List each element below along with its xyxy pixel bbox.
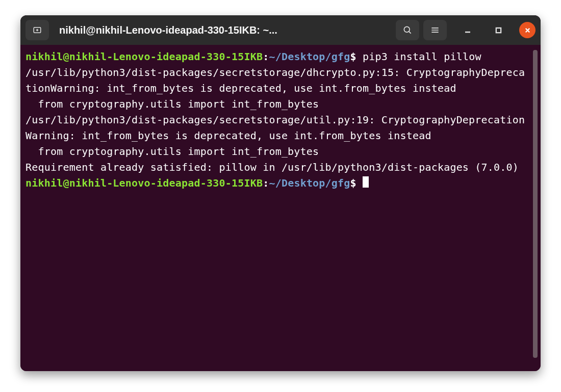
scrollbar[interactable] xyxy=(533,50,538,358)
prompt-dollar: $ xyxy=(350,177,356,189)
hamburger-icon xyxy=(430,25,440,35)
output-line: Requirement already satisfied: pillow in… xyxy=(26,161,519,173)
svg-rect-9 xyxy=(496,28,500,32)
terminal-body[interactable]: nikhil@nikhil-Lenovo-ideapad-330-15IKB:~… xyxy=(20,45,541,371)
prompt-path: /Desktop/gfg xyxy=(275,177,350,189)
output-line: /usr/lib/python3/dist-packages/secretsto… xyxy=(26,66,525,94)
search-button[interactable] xyxy=(396,20,419,40)
command-text: pip3 install pillow xyxy=(356,50,481,63)
prompt-user-host: nikhil@nikhil-Lenovo-ideapad-330-15IKB xyxy=(26,50,263,63)
new-tab-icon xyxy=(33,25,42,35)
minimize-icon xyxy=(464,27,471,34)
prompt-tilde: ~ xyxy=(269,177,275,189)
close-button[interactable] xyxy=(519,22,536,38)
menu-button[interactable] xyxy=(423,20,447,40)
maximize-button[interactable] xyxy=(489,20,508,40)
terminal-window: nikhil@nikhil-Lenovo-ideapad-330-15IKB: … xyxy=(20,15,541,371)
output-line: from cryptography.utils import int_from_… xyxy=(26,145,319,158)
prompt-dollar: $ xyxy=(350,50,356,63)
terminal-content[interactable]: nikhil@nikhil-Lenovo-ideapad-330-15IKB:~… xyxy=(26,49,531,367)
output-line: /usr/lib/python3/dist-packages/secretsto… xyxy=(26,114,525,142)
cursor xyxy=(363,176,369,188)
titlebar: nikhil@nikhil-Lenovo-ideapad-330-15IKB: … xyxy=(20,15,541,45)
window-title: nikhil@nikhil-Lenovo-ideapad-330-15IKB: … xyxy=(53,24,392,36)
maximize-icon xyxy=(495,27,502,34)
close-icon xyxy=(524,27,531,34)
output-line: from cryptography.utils import int_from_… xyxy=(26,98,319,110)
prompt-colon: : xyxy=(263,50,269,63)
new-tab-button[interactable] xyxy=(26,20,49,40)
prompt-colon: : xyxy=(263,177,269,189)
minimize-button[interactable] xyxy=(458,20,477,40)
svg-line-4 xyxy=(409,32,411,34)
prompt-tilde: ~ xyxy=(269,50,275,63)
prompt-path: /Desktop/gfg xyxy=(275,50,350,63)
search-icon xyxy=(402,25,413,35)
titlebar-right xyxy=(396,20,536,40)
prompt-user-host: nikhil@nikhil-Lenovo-ideapad-330-15IKB xyxy=(26,177,263,189)
svg-point-3 xyxy=(404,27,410,32)
